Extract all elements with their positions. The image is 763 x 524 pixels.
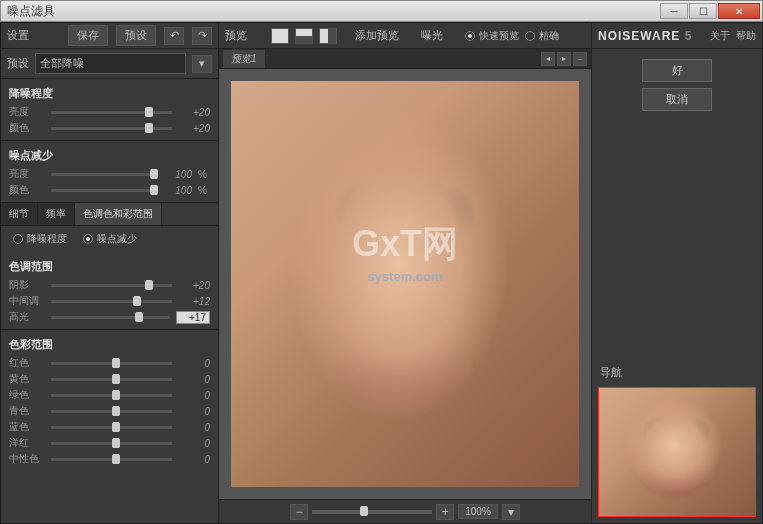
blue-slider[interactable] — [51, 426, 172, 429]
view-single-icon[interactable] — [271, 28, 289, 44]
cyan-slider[interactable] — [51, 410, 172, 413]
nr-color-label: 颜色 — [9, 183, 45, 197]
yellow-slider[interactable] — [51, 378, 172, 381]
settings-label: 设置 — [7, 28, 29, 43]
right-header: NOISEWARE 5 关于 帮助 — [592, 23, 762, 49]
redo-icon[interactable]: ↷ — [192, 27, 212, 45]
tab-frequency[interactable]: 频率 — [38, 203, 75, 225]
help-link[interactable]: 帮助 — [736, 29, 756, 43]
view-split-v-icon[interactable] — [319, 28, 337, 44]
radio-precise[interactable]: 精确 — [525, 29, 559, 43]
midtones-value: +12 — [178, 296, 210, 307]
noise-reduction-section: 噪点减少 亮度 100 % 颜色 100 % — [1, 141, 218, 203]
brand: NOISEWARE 5 — [598, 29, 704, 43]
prev-tab-icon[interactable]: ◂ — [541, 52, 555, 66]
zoom-in-icon[interactable]: + — [436, 504, 454, 520]
nr-color-slider[interactable] — [51, 189, 154, 192]
nr-luminance-row: 亮度 100 % — [1, 166, 218, 182]
right-panel: NOISEWARE 5 关于 帮助 好 取消 导航 — [592, 23, 762, 523]
maximize-button[interactable]: ☐ — [689, 3, 717, 19]
minimize-button[interactable]: ─ — [660, 3, 688, 19]
about-link[interactable]: 关于 — [710, 29, 730, 43]
color-value: +20 — [178, 123, 210, 134]
midtones-label: 中间调 — [9, 294, 45, 308]
dropdown-icon[interactable]: ▾ — [192, 55, 212, 73]
center-header: 预览 添加预览 曝光 快速预览 精确 — [219, 23, 591, 49]
magenta-value: 0 — [178, 438, 210, 449]
navigator-thumbnail[interactable] — [598, 387, 756, 517]
action-buttons: 好 取消 — [592, 49, 762, 121]
shadows-value: +20 — [178, 280, 210, 291]
close-button[interactable]: ✕ — [718, 3, 760, 19]
shadows-row: 阴影 +20 — [1, 277, 218, 293]
titlebar: 噪点滤具 ─ ☐ ✕ — [0, 0, 763, 22]
next-tab-icon[interactable]: ▸ — [557, 52, 571, 66]
red-slider[interactable] — [51, 362, 172, 365]
watermark: GxT网 system.com — [352, 220, 458, 284]
red-label: 红色 — [9, 356, 45, 370]
neutral-slider[interactable] — [51, 458, 172, 461]
radio-noise-level[interactable]: 降噪程度 — [13, 232, 67, 246]
add-preview-button[interactable]: 添加预览 — [355, 28, 399, 43]
preset-select[interactable]: 全部降噪 — [35, 53, 186, 74]
blue-value: 0 — [178, 422, 210, 433]
radio-noise-reduction[interactable]: 噪点减少 — [83, 232, 137, 246]
green-value: 0 — [178, 390, 210, 401]
tab-tonal[interactable]: 色调色和彩范围 — [75, 203, 162, 225]
preview-tab-1[interactable]: 预览1 — [223, 50, 265, 68]
yellow-value: 0 — [178, 374, 210, 385]
green-slider[interactable] — [51, 394, 172, 397]
navigator-title: 导航 — [598, 362, 756, 383]
center-panel: 预览 添加预览 曝光 快速预览 精确 预览1 ◂ ▸ – — [219, 23, 592, 523]
neutral-value: 0 — [178, 454, 210, 465]
preview-label: 预览 — [225, 28, 247, 43]
save-button[interactable]: 保存 — [68, 25, 108, 46]
color-slider[interactable] — [51, 127, 172, 130]
view-split-h-icon[interactable] — [295, 28, 313, 44]
nr-color-row: 颜色 100 % — [1, 182, 218, 198]
nr-luminance-label: 亮度 — [9, 167, 45, 181]
preview-area[interactable]: GxT网 system.com — [219, 69, 591, 499]
mode-radios: 降噪程度 噪点减少 — [1, 226, 218, 252]
tonal-range-section: 色调范围 阴影 +20 中间调 +12 高光 — [1, 252, 218, 330]
color-range-title: 色彩范围 — [1, 334, 218, 355]
nr-color-value: 100 — [160, 185, 192, 196]
luminance-slider[interactable] — [51, 111, 172, 114]
color-label: 颜色 — [9, 121, 45, 135]
noise-level-section: 降噪程度 亮度 +20 颜色 +20 — [1, 79, 218, 141]
luminance-slider-row: 亮度 +20 — [1, 104, 218, 120]
ok-button[interactable]: 好 — [642, 59, 712, 82]
highlights-slider[interactable] — [51, 316, 170, 319]
green-label: 绿色 — [9, 388, 45, 402]
nr-luminance-slider[interactable] — [51, 173, 154, 176]
blue-label: 蓝色 — [9, 420, 45, 434]
tab-detail[interactable]: 细节 — [1, 203, 38, 225]
luminance-value: +20 — [178, 107, 210, 118]
midtones-slider[interactable] — [51, 300, 172, 303]
color-range-section: 色彩范围 红色0 黄色0 绿色0 青色0 蓝色0 洋红0 中性色0 — [1, 330, 218, 471]
exposure-button[interactable]: 曝光 — [421, 28, 443, 43]
red-value: 0 — [178, 358, 210, 369]
magenta-slider[interactable] — [51, 442, 172, 445]
close-tab-icon[interactable]: – — [573, 52, 587, 66]
preset-row: 预设 全部降噪 ▾ — [1, 49, 218, 79]
nr-luminance-value: 100 — [160, 169, 192, 180]
undo-icon[interactable]: ↶ — [164, 27, 184, 45]
noise-level-title: 降噪程度 — [1, 83, 218, 104]
radio-fast-preview[interactable]: 快速预览 — [465, 29, 519, 43]
app-body: 设置 保存 预设 ↶ ↷ 预设 全部降噪 ▾ 降噪程度 亮度 +20 颜色 +2… — [0, 22, 763, 524]
zoom-out-icon[interactable]: − — [290, 504, 308, 520]
zoom-dropdown-icon[interactable]: ▾ — [502, 504, 520, 520]
zoom-value[interactable]: 100% — [458, 504, 498, 519]
magenta-label: 洋红 — [9, 436, 45, 450]
neutral-label: 中性色 — [9, 452, 45, 466]
preset-label: 预设 — [7, 56, 29, 71]
preset-button[interactable]: 预设 — [116, 25, 156, 46]
preview-tabs: 预览1 ◂ ▸ – — [219, 49, 591, 69]
midtones-row: 中间调 +12 — [1, 293, 218, 309]
color-slider-row: 颜色 +20 — [1, 120, 218, 136]
zoom-slider[interactable] — [312, 510, 432, 514]
cancel-button[interactable]: 取消 — [642, 88, 712, 111]
shadows-slider[interactable] — [51, 284, 172, 287]
highlights-input[interactable] — [176, 311, 210, 324]
